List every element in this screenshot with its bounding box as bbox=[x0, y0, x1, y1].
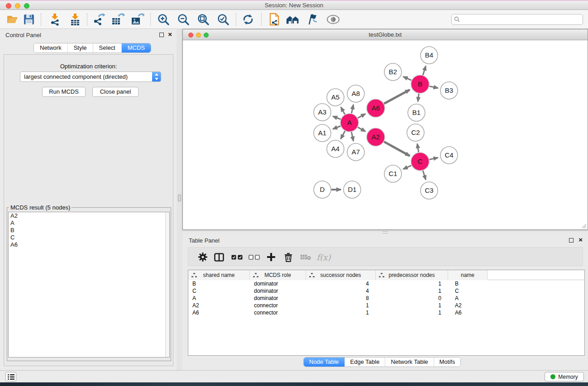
close-panel-button[interactable]: Close panel bbox=[92, 87, 139, 97]
refresh-icon[interactable] bbox=[241, 13, 255, 26]
memory-status-icon bbox=[550, 374, 555, 379]
table-row[interactable]: A2connector11A2 bbox=[188, 302, 584, 309]
add-column-icon[interactable] bbox=[264, 251, 278, 263]
select-all-icon[interactable] bbox=[230, 251, 244, 263]
float-panel-icon[interactable] bbox=[159, 33, 164, 37]
table-row[interactable]: Bdominator41B bbox=[188, 280, 584, 287]
import-network-icon[interactable] bbox=[48, 13, 62, 26]
graph-edge-A-A6[interactable] bbox=[358, 114, 365, 118]
tab-select[interactable]: Select bbox=[93, 43, 122, 52]
open-session-icon[interactable] bbox=[6, 13, 19, 26]
delete-column-icon[interactable] bbox=[282, 251, 295, 263]
graph-edge-A-A7[interactable] bbox=[351, 132, 353, 141]
graph-edge-B-B1[interactable] bbox=[418, 94, 419, 101]
network-close-button[interactable] bbox=[188, 33, 193, 38]
graph-node-label-D1: D1 bbox=[348, 186, 356, 193]
close-window-button[interactable] bbox=[6, 3, 11, 9]
copy-network-icon[interactable] bbox=[268, 13, 282, 26]
mcds-result-list[interactable]: A2ABCA6 bbox=[8, 212, 170, 357]
task-history-button[interactable] bbox=[5, 372, 16, 381]
run-mcds-button[interactable]: Run MCDS bbox=[42, 87, 86, 97]
mcds-result-item[interactable]: A6 bbox=[9, 241, 169, 248]
table-row[interactable]: Cdominator41C bbox=[188, 287, 584, 295]
import-table-icon[interactable] bbox=[68, 13, 82, 26]
style-brush-icon[interactable] bbox=[306, 13, 320, 26]
save-session-icon[interactable] bbox=[22, 13, 36, 26]
zoom-window-button[interactable] bbox=[24, 3, 29, 9]
column-header-predecessor-nodes[interactable]: predecessor nodes bbox=[376, 270, 448, 280]
mcds-result-item[interactable]: B bbox=[9, 227, 169, 234]
export-network-icon[interactable] bbox=[92, 13, 106, 26]
table-cell: 1 bbox=[376, 302, 448, 309]
tab-mcds[interactable]: MCDS bbox=[122, 43, 151, 52]
graph-edge-A2-C[interactable] bbox=[384, 142, 410, 156]
memory-button[interactable]: Memory bbox=[545, 372, 584, 381]
deselect-all-icon[interactable] bbox=[247, 251, 261, 263]
tab-motifs[interactable]: Motifs bbox=[434, 357, 461, 367]
network-zoom-button[interactable] bbox=[204, 33, 209, 38]
export-image-icon[interactable] bbox=[131, 13, 144, 26]
close-panel-icon[interactable]: × bbox=[168, 32, 172, 37]
graph-edge-A-A8[interactable] bbox=[351, 105, 353, 113]
graph-edge-B-B3[interactable] bbox=[430, 86, 438, 88]
table-close-panel-icon[interactable]: × bbox=[578, 237, 583, 243]
show-columns-icon[interactable] bbox=[212, 251, 226, 263]
show-graphics-details-icon[interactable] bbox=[326, 13, 340, 26]
tab-network-table[interactable]: Network Table bbox=[385, 357, 434, 367]
graph-node-label-D: D bbox=[320, 186, 325, 193]
graph-edge-A-A1[interactable] bbox=[333, 126, 340, 129]
table-row[interactable]: A6connector11A6 bbox=[188, 309, 584, 316]
mcds-result-item[interactable]: A bbox=[9, 219, 169, 227]
zoom-selected-icon[interactable] bbox=[216, 13, 230, 26]
result-list-scrollbar[interactable] bbox=[165, 212, 169, 357]
table-cell: 4 bbox=[306, 287, 376, 295]
home-icon[interactable] bbox=[286, 13, 300, 26]
zoom-fit-icon[interactable] bbox=[196, 13, 210, 26]
settings-gear-icon[interactable] bbox=[196, 251, 210, 263]
criterion-dropdown[interactable]: largest connected component (directed) bbox=[20, 71, 161, 82]
minimize-window-button[interactable] bbox=[15, 3, 20, 9]
node-table[interactable]: shared nameMCDS rolesuccessor nodesprede… bbox=[188, 270, 585, 356]
toolbar-separator bbox=[236, 13, 236, 26]
search-input[interactable] bbox=[451, 14, 583, 25]
graph-edge-A-A5[interactable] bbox=[341, 107, 345, 114]
horizontal-splitter-handle[interactable] bbox=[382, 231, 388, 234]
divider-handle[interactable] bbox=[178, 195, 181, 201]
graph-edge-C-C3[interactable] bbox=[423, 171, 425, 180]
table-row[interactable]: Adominator80A bbox=[188, 295, 584, 302]
graph-edge-B-B2[interactable] bbox=[403, 76, 411, 80]
window-titlebar[interactable]: Session: New Session bbox=[0, 1, 588, 10]
column-header-name[interactable]: name bbox=[448, 270, 488, 280]
graph-edge-A-A3[interactable] bbox=[333, 116, 340, 119]
graph-edge-C-C2[interactable] bbox=[417, 144, 419, 152]
tab-edge-table[interactable]: Edge Table bbox=[345, 357, 386, 367]
zoom-in-icon[interactable] bbox=[157, 13, 170, 26]
table-float-panel-icon[interactable] bbox=[569, 238, 574, 243]
graph-edge-C-C4[interactable] bbox=[430, 157, 438, 159]
window-resize-grip[interactable] bbox=[581, 223, 587, 229]
mcds-result-item[interactable]: C bbox=[9, 234, 169, 241]
graph-edge-A-A2[interactable] bbox=[358, 127, 365, 131]
zoom-out-icon[interactable] bbox=[177, 13, 190, 26]
graph-edge-A6-B[interactable] bbox=[384, 90, 410, 104]
network-window-titlebar[interactable]: testGlobe.txt bbox=[183, 29, 588, 40]
graph-node-label-A1: A1 bbox=[318, 129, 326, 137]
tab-node-table[interactable]: Node Table bbox=[304, 357, 345, 367]
graph-edge-C-C1[interactable] bbox=[403, 166, 411, 169]
panel-divider[interactable] bbox=[177, 29, 182, 370]
mcds-result-item[interactable]: A2 bbox=[9, 212, 169, 219]
network-view-window: testGlobe.txt B4B2BB3A5A8A6A3B1AA1C2A2A4… bbox=[182, 29, 588, 230]
function-builder-icon[interactable]: f(x) bbox=[314, 251, 333, 263]
tab-style[interactable]: Style bbox=[68, 43, 93, 52]
delete-table-icon[interactable] bbox=[299, 251, 312, 263]
network-minimize-button[interactable] bbox=[196, 33, 201, 38]
network-canvas[interactable]: B4B2BB3A5A8A6A3B1AA1C2A2A4A7C4CC1DD1C3 bbox=[183, 41, 588, 229]
export-table-icon[interactable] bbox=[111, 13, 125, 26]
column-header-mcds-role[interactable]: MCDS role bbox=[250, 270, 306, 280]
graph-edge-A-A4[interactable] bbox=[341, 131, 345, 139]
graph-edge-B-B4[interactable] bbox=[423, 66, 425, 75]
table-tabs: Node TableEdge TableNetwork TableMotifs bbox=[303, 357, 461, 367]
column-header-shared-name[interactable]: shared name bbox=[188, 270, 250, 280]
column-header-successor-nodes[interactable]: successor nodes bbox=[306, 270, 376, 280]
tab-network[interactable]: Network bbox=[34, 43, 68, 52]
